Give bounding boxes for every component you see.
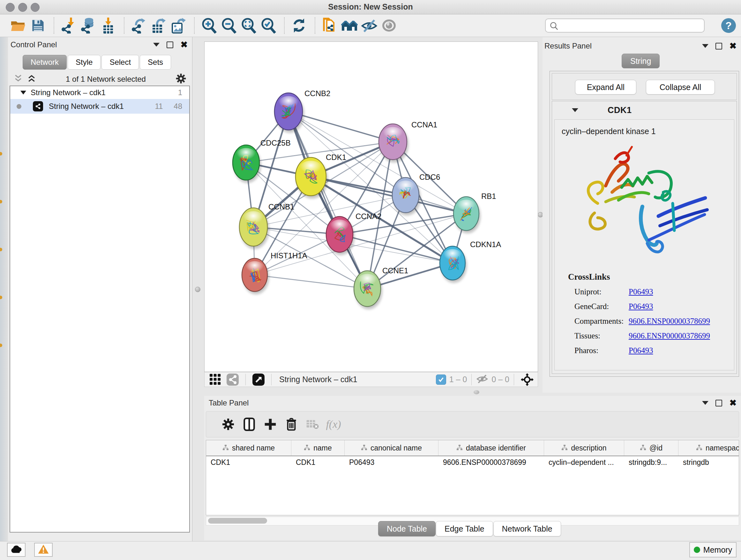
gene-section-header[interactable]: CDK1	[552, 101, 737, 119]
fit-content-icon[interactable]	[519, 370, 536, 389]
column-header-namespace[interactable]: namespace	[678, 440, 739, 455]
crosslink-value-link[interactable]: 9606.ENSP00000378699	[629, 331, 710, 340]
panel-close-icon[interactable]: ✖	[729, 399, 737, 408]
cell-shared-name[interactable]: CDK1	[206, 458, 291, 467]
zoom-fit-button[interactable]	[239, 16, 258, 35]
create-column-icon[interactable]	[260, 415, 281, 434]
grid-view-icon[interactable]	[206, 370, 224, 389]
cell-@id[interactable]: stringdb:9...	[624, 458, 678, 467]
column-header-name[interactable]: name	[291, 440, 345, 455]
edge-CCNB2-CCNE1[interactable]	[288, 111, 367, 289]
cell-canonical-name[interactable]: P06493	[345, 458, 439, 467]
expand-all-icon[interactable]	[27, 74, 36, 84]
show-columns-icon[interactable]	[239, 415, 260, 434]
show-all-button[interactable]	[380, 16, 398, 35]
results-panel: Results Panel ✖ String Expand All Collap…	[542, 37, 741, 393]
node-CDKN1A[interactable]: CDKN1A	[440, 240, 501, 283]
tab-network[interactable]: Network	[23, 55, 67, 70]
network-canvas[interactable]: CCNB2CCNA1CDC25BCDK1CDC6RB1CCNB1CCNA2CDK…	[204, 42, 538, 372]
crosslink-value-link[interactable]: P06493	[629, 346, 653, 355]
network-collection-row[interactable]: String Network – cdk1 1	[10, 86, 189, 99]
panel-float-icon[interactable]	[166, 42, 173, 48]
cell-namespace[interactable]: stringdb	[678, 458, 739, 467]
edge-HIST1H1A-CCNE1[interactable]	[255, 275, 367, 289]
birdseye-view-icon[interactable]	[250, 370, 267, 389]
node-table: shared namenamecanonical namedatabase id…	[206, 440, 739, 515]
import-table-file-button[interactable]	[99, 16, 118, 35]
first-neighbors-button[interactable]	[340, 16, 359, 35]
export-table-button[interactable]	[149, 16, 168, 35]
gear-icon[interactable]	[176, 73, 186, 85]
search-input[interactable]	[545, 18, 704, 33]
edge-CCNB2-CCNA1[interactable]	[288, 111, 393, 142]
panel-close-icon[interactable]: ✖	[180, 41, 188, 49]
section-collapse-icon[interactable]	[572, 108, 578, 112]
tab-edge-table[interactable]: Edge Table	[436, 521, 493, 537]
desktop-edge	[0, 37, 8, 541]
help-button[interactable]: ?	[721, 18, 736, 33]
node-CCNA2[interactable]: CCNA2	[326, 212, 381, 255]
panel-menu-icon[interactable]	[153, 43, 159, 47]
panel-menu-icon[interactable]	[702, 401, 709, 405]
cell-name[interactable]: CDK1	[291, 458, 345, 467]
crosslink-value-link[interactable]: P06493	[629, 302, 653, 311]
apply-layout-button[interactable]	[290, 16, 308, 35]
panel-float-icon[interactable]	[716, 400, 722, 407]
export-network-button[interactable]	[130, 16, 148, 35]
expand-all-button[interactable]: Expand All	[575, 80, 636, 95]
node-CCNE1[interactable]: CCNE1	[354, 266, 408, 309]
network-view-icon[interactable]	[224, 370, 241, 389]
horizontal-splitter-handle[interactable]	[474, 390, 479, 394]
tab-network-table[interactable]: Network Table	[493, 521, 561, 537]
tab-select[interactable]: Select	[102, 55, 139, 70]
memory-button[interactable]: Memory	[689, 542, 737, 557]
edge-CDK1-RB1[interactable]	[311, 177, 466, 213]
column-header-canonical-name[interactable]: canonical name	[345, 440, 439, 455]
left-splitter-handle[interactable]	[195, 287, 200, 292]
node-HIST1H1A[interactable]: HIST1H1A	[242, 251, 307, 294]
tab-style[interactable]: Style	[68, 55, 100, 70]
crosslink-value-link[interactable]: P06493	[629, 287, 653, 296]
cell-description[interactable]: cyclin–dependent ...	[544, 458, 624, 467]
scrollbar-thumb[interactable]	[208, 518, 267, 523]
collapse-all-icon[interactable]	[14, 74, 23, 84]
zoom-in-button[interactable]	[200, 16, 218, 35]
node-CDC6[interactable]: CDC6	[392, 173, 440, 215]
zoom-out-button[interactable]	[219, 16, 238, 35]
import-network-database-button[interactable]	[79, 16, 98, 35]
save-session-button[interactable]	[29, 16, 47, 35]
tab-node-table[interactable]: Node Table	[378, 521, 435, 537]
panel-float-icon[interactable]	[716, 43, 722, 50]
hide-selected-button[interactable]	[360, 16, 379, 35]
zoom-selected-button[interactable]	[259, 16, 278, 35]
crosslink-value-link[interactable]: 9606.ENSP00000378699	[629, 317, 710, 326]
import-network-file-button[interactable]	[59, 16, 78, 35]
search-container	[545, 18, 704, 33]
column-header-description[interactable]: description	[544, 440, 624, 455]
selected-checkbox[interactable]	[436, 374, 446, 385]
column-header-shared-name[interactable]: shared name	[206, 440, 291, 455]
column-header-@id[interactable]: @id	[624, 440, 678, 455]
warnings-button[interactable]	[34, 543, 53, 557]
panel-close-icon[interactable]: ✖	[729, 42, 737, 51]
column-header-database-identifier[interactable]: database identifier	[439, 440, 544, 455]
node-CCNB1[interactable]: CCNB1	[239, 202, 294, 249]
tab-string[interactable]: String	[622, 54, 660, 68]
node-CDK1[interactable]: CDK1	[295, 153, 346, 198]
crosslink-row: GeneCard:P06493	[555, 299, 734, 314]
tab-sets[interactable]: Sets	[140, 55, 171, 70]
delete-column-icon[interactable]	[281, 415, 302, 434]
node-CCNB2[interactable]: CCNB2	[274, 89, 330, 132]
network-row-selected[interactable]: String Network – cdk1 11 48	[10, 99, 189, 114]
cloud-status-button[interactable]	[7, 543, 25, 557]
table-settings-gear-icon[interactable]	[218, 415, 239, 434]
clone-network-button[interactable]	[320, 16, 339, 35]
collapse-all-button[interactable]: Collapse All	[646, 80, 715, 95]
table-row[interactable]: CDK1CDK1P064939606.ENSP00000378699cyclin…	[206, 456, 739, 469]
panel-menu-icon[interactable]	[702, 44, 709, 48]
node-RB1[interactable]: RB1	[454, 192, 496, 233]
cell-database-identifier[interactable]: 9606.ENSP00000378699	[439, 458, 544, 467]
export-image-button[interactable]	[169, 16, 188, 35]
open-session-button[interactable]	[9, 16, 27, 35]
collection-expand-icon[interactable]	[20, 91, 26, 95]
